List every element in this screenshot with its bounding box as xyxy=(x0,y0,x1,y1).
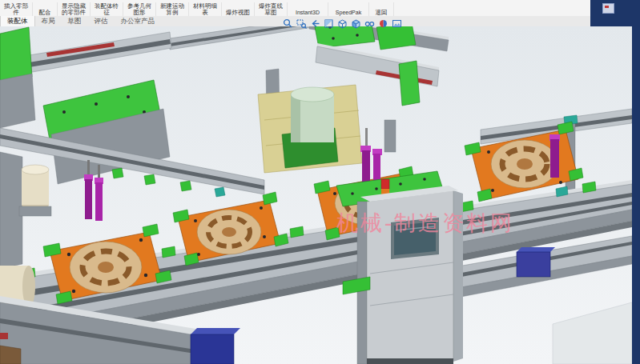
desktop-icon[interactable] xyxy=(602,3,614,14)
viewport-3d[interactable]: 机械-制造资料网 xyxy=(0,26,632,364)
heads-up-view-toolbar xyxy=(282,18,402,29)
ribbon-button-new-motion-study[interactable]: 新建运动算例 xyxy=(156,2,189,16)
apply-scene-icon[interactable] xyxy=(391,18,402,29)
edit-appearance-icon[interactable] xyxy=(377,18,388,29)
zoom-area-icon[interactable] xyxy=(296,18,307,29)
ribbon-button-instant3d[interactable]: Instant3D xyxy=(288,2,328,16)
ribbon-button-bill-of-materials[interactable]: 材料明细表 xyxy=(189,2,222,16)
tab-evaluate[interactable]: 评估 xyxy=(88,16,115,26)
ribbon-button-show-hidden-components[interactable]: 显示隐藏的零部件 xyxy=(58,2,91,16)
junction-box-1[interactable] xyxy=(191,328,240,364)
ribbon-button-exploded-view[interactable]: 爆炸视图 xyxy=(222,2,255,16)
watermark-text: 机械-制造资料网 xyxy=(336,211,514,235)
desktop-background-right-strip xyxy=(632,0,640,364)
solidworks-window: 插入零部件 配合 显示隐藏的零部件 装配体特征 参考几何图形 新建运动算例 材料… xyxy=(0,0,640,364)
hide-show-items-icon[interactable] xyxy=(364,18,375,29)
section-view-icon[interactable] xyxy=(323,18,334,29)
ribbon-button-rollback[interactable]: 退回 xyxy=(369,2,394,16)
junction-box-2[interactable] xyxy=(517,247,555,277)
tab-assembly[interactable]: 装配体 xyxy=(0,16,35,26)
display-style-icon[interactable] xyxy=(350,18,361,29)
ribbon-button-explode-line-sketch[interactable]: 爆炸直线草图 xyxy=(255,2,288,16)
tab-sketch[interactable]: 草图 xyxy=(62,16,88,26)
ribbon-button-mate[interactable]: 配合 xyxy=(33,2,58,16)
ribbon-button-reference-geometry[interactable]: 参考几何图形 xyxy=(123,2,156,16)
ribbon-button-assembly-features[interactable]: 装配体特征 xyxy=(91,2,123,16)
ribbon-button-speedpak[interactable]: SpeedPak xyxy=(328,2,369,16)
view-orientation-icon[interactable] xyxy=(336,18,348,29)
tab-office-products[interactable]: 办公室产品 xyxy=(115,16,162,26)
command-manager-ribbon: 插入零部件 配合 显示隐藏的零部件 装配体特征 参考几何图形 新建运动算例 材料… xyxy=(0,0,590,17)
tab-layout[interactable]: 布局 xyxy=(35,16,62,26)
zoom-fit-icon[interactable] xyxy=(282,18,293,29)
ribbon-button-insert-components[interactable]: 插入零部件 xyxy=(0,2,33,16)
tower-light[interactable] xyxy=(381,179,389,189)
previous-view-icon[interactable] xyxy=(309,18,320,29)
